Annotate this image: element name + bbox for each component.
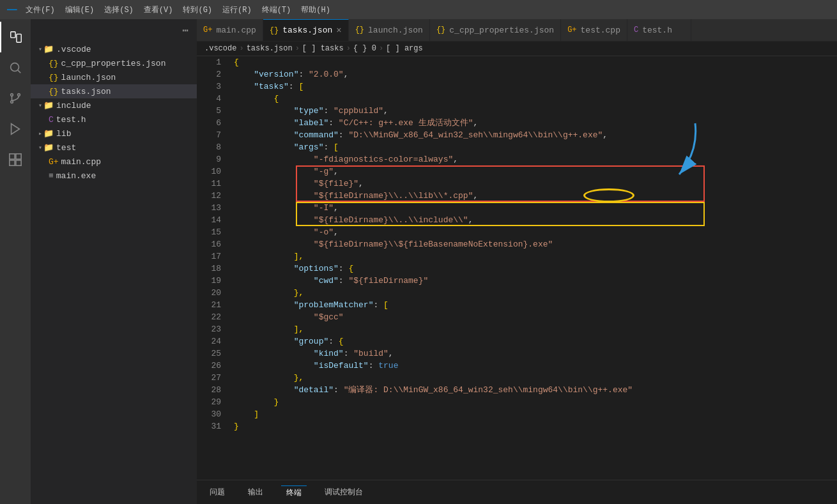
sidebar-item-label: main.cpp [61, 157, 101, 167]
code-line: "detail": "编译器: D:\\MinGW_x86_64_win32_s… [234, 384, 837, 396]
sidebar-item-lib-folder[interactable]: ▸📁lib [31, 126, 197, 141]
code-token [234, 384, 294, 396]
breadcrumb-item[interactable]: [ ] args [386, 44, 423, 53]
code-token: , [334, 165, 339, 178]
code-token: "${fileDirname}" [348, 275, 428, 287]
run-debug-icon[interactable] [0, 114, 31, 144]
svg-rect-12 [16, 160, 21, 165]
code-token: } [234, 420, 239, 432]
code-token [234, 214, 314, 226]
line-number: 4 [202, 93, 221, 105]
sidebar-item-launch[interactable]: {}launch.json [31, 70, 197, 84]
sidebar: ⋯ ▾📁.vscode{}c_cpp_properties.json{}laun… [31, 19, 197, 504]
breadcrumb-item[interactable]: { } 0 [353, 44, 376, 53]
code-token: "-o" [314, 226, 334, 238]
sidebar-item-test-h[interactable]: C test.h [31, 112, 197, 126]
tab-launch-json-tab[interactable]: {}launch.json [349, 19, 430, 41]
code-token [234, 275, 314, 287]
folder-arrow-icon: ▾ [38, 144, 42, 151]
extensions-icon[interactable] [0, 144, 31, 175]
tab-c-cpp-props-tab[interactable]: {}c_cpp_properties.json [430, 19, 561, 41]
code-token [234, 190, 314, 202]
code-token [234, 105, 294, 117]
code-line: } [234, 396, 837, 408]
menu-item[interactable]: 文件(F) [22, 3, 59, 17]
sidebar-item-c-cpp-properties[interactable]: {}c_cpp_properties.json [31, 56, 197, 70]
main-layout: ⋯ ▾📁.vscode{}c_cpp_properties.json{}laun… [0, 19, 837, 504]
tab-test-h-tab[interactable]: Ctest.h [627, 19, 691, 41]
menu-item[interactable]: 查看(V) [140, 3, 177, 17]
code-line: "kind": "build", [234, 347, 837, 360]
line-number: 10 [202, 165, 221, 178]
code-line: "type": "cppbuild", [234, 105, 837, 117]
code-line: "args": [ [234, 141, 837, 153]
tab-main-cpp-tab[interactable]: G+main.cpp [197, 19, 263, 41]
sidebar-item-vscode-folder[interactable]: ▾📁.vscode [31, 42, 197, 56]
sidebar-item-test-folder[interactable]: ▾📁test [31, 141, 197, 155]
bottom-tab-问题[interactable]: 问题 [204, 485, 230, 499]
menu-item[interactable]: 终端(T) [258, 3, 295, 17]
sidebar-item-label: .vscode [56, 45, 91, 54]
explorer-icon[interactable] [0, 22, 31, 52]
code-token [234, 238, 314, 250]
code-line: "tasks": [ [234, 80, 837, 93]
breadcrumb-item[interactable]: .vscode [204, 44, 236, 53]
sidebar-item-label: c_cpp_properties.json [61, 59, 166, 68]
code-token: "version" [254, 68, 298, 80]
sidebar-item-label: tasks.json [61, 87, 111, 96]
titlebar-left: ⸻ 文件(F)编辑(E)选择(S)查看(V)转到(G)运行(R)终端(T)帮助(… [6, 3, 334, 17]
sidebar-item-label: lib [56, 129, 71, 139]
code-token: , [344, 68, 349, 80]
line-number: 8 [202, 141, 221, 153]
code-token: : [328, 335, 339, 347]
code-line: "cwd": "${fileDirname}" [234, 275, 837, 287]
menu-item[interactable]: 编辑(E) [61, 3, 98, 17]
sidebar-more-icon[interactable]: ⋯ [182, 24, 189, 37]
line-number: 28 [202, 384, 221, 396]
menu-item[interactable]: 选择(S) [100, 3, 137, 17]
code-token [234, 311, 314, 323]
sidebar-item-label: test [56, 143, 76, 153]
code-token: { [273, 93, 279, 105]
tab-label: test.h [642, 26, 672, 35]
tab-test-cpp-tab[interactable]: G+test.cpp [561, 19, 627, 41]
svg-point-4 [11, 94, 13, 96]
tab-close-icon[interactable]: × [336, 26, 341, 35]
breadcrumb-item[interactable]: [ ] tasks [302, 44, 344, 53]
code-token [234, 335, 294, 347]
sidebar-item-tasks[interactable]: {}tasks.json [31, 84, 197, 98]
code-line: "command": "D:\\MinGW_x86_64_win32_seh\\… [234, 129, 837, 141]
menu-item[interactable]: 帮助(H) [297, 3, 334, 17]
tab-label: tasks.json [282, 26, 332, 35]
tab-tasks-json-tab[interactable]: {}tasks.json× [263, 19, 349, 41]
tab-label: test.cpp [581, 26, 620, 35]
code-token: , [473, 190, 478, 202]
line-number: 30 [202, 408, 221, 420]
menu-item[interactable]: 转到(G) [179, 3, 216, 17]
sidebar-item-main-cpp[interactable]: G+main.cpp [31, 155, 197, 169]
search-icon[interactable] [0, 52, 31, 83]
bottom-tab-终端[interactable]: 终端 [281, 485, 307, 500]
menu-item[interactable]: 运行(R) [219, 3, 256, 17]
code-token [234, 396, 273, 408]
line-number: 20 [202, 287, 221, 299]
breadcrumb-item[interactable]: tasks.json [247, 44, 293, 53]
sidebar-item-main-exe[interactable]: ≡ main.exe [31, 169, 197, 183]
sidebar-item-include-folder[interactable]: ▾📁include [31, 98, 197, 112]
source-control-icon[interactable] [0, 83, 31, 114]
bottom-tab-输出[interactable]: 输出 [243, 485, 268, 499]
breadcrumb-separator: › [379, 44, 383, 53]
code-token: : [323, 141, 334, 153]
code-token: { [348, 263, 353, 275]
code-token: : [373, 299, 383, 311]
line-number: 9 [202, 153, 221, 165]
code-token: : [289, 80, 299, 93]
bottom-tab-调试控制台[interactable]: 调试控制台 [319, 485, 368, 499]
code-content[interactable]: { "version": "2.0.0", "tasks": [ { "type… [229, 56, 837, 480]
svg-rect-10 [16, 154, 21, 159]
code-token [234, 178, 314, 190]
code-token: , [388, 347, 394, 360]
code-token [234, 141, 294, 153]
code-token: "label" [294, 117, 329, 129]
code-token [234, 347, 314, 360]
